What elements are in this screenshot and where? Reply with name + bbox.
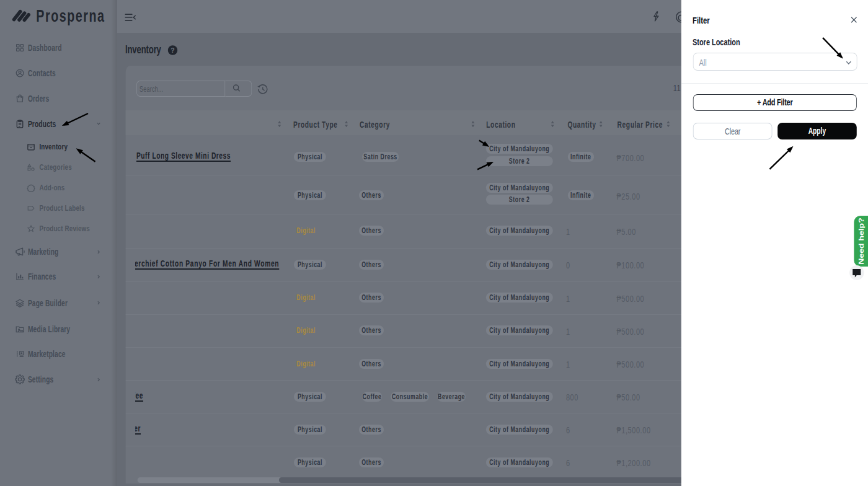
svg-text:?: ?	[170, 47, 174, 54]
